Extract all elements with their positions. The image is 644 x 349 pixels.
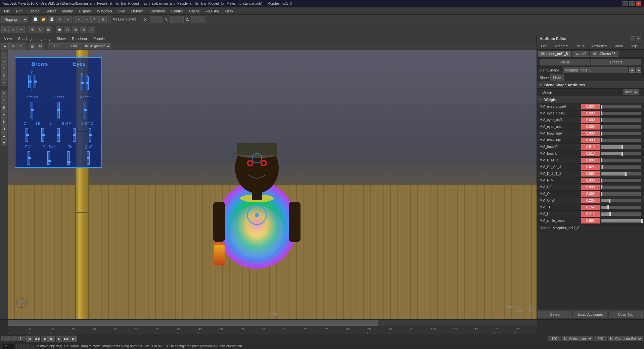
weight-track-12[interactable] [601,186,641,189]
weight-track-17[interactable] [601,219,641,222]
menu-help[interactable]: Help [223,8,236,14]
jump-start-btn[interactable]: |◀ [26,336,33,342]
tool4[interactable]: ⊗ [80,26,87,33]
presets-button[interactable]: Presets [591,59,642,65]
select-footer-btn[interactable]: Select [538,311,572,318]
weight-handle-12[interactable] [601,185,602,189]
x-input[interactable] [150,16,163,23]
o-slider[interactable] [26,128,28,142]
menu-display[interactable]: Display [76,8,94,14]
weight-track-4[interactable] [601,132,641,135]
status-icon3[interactable] [30,344,35,349]
weight-track-16[interactable] [601,212,641,216]
weight-handle-11[interactable] [601,179,602,183]
tab-list[interactable]: List [538,43,549,49]
vt-btn4[interactable]: ◫ [29,43,36,50]
weight-track-7[interactable] [601,152,641,155]
weight-track-5[interactable] [601,139,641,142]
vt-btn5[interactable]: ⊡ [37,43,44,50]
select-arrow-tool[interactable]: ↖ [1,26,9,33]
menu-file[interactable]: File [1,8,13,14]
attr-content[interactable]: ▼ Blend Shape Attributes Origin local ▼ … [537,81,644,309]
tab-attributes[interactable]: Attributes [589,43,609,49]
weight-handle-16[interactable] [609,212,611,216]
tool-lt1[interactable]: ⊕ [1,90,7,97]
origin-dropdown[interactable]: local [623,89,639,95]
blend-shape-section-header[interactable]: ▼ Blend Shape Attributes [537,81,644,89]
menu-constrain[interactable]: Constrain [147,8,168,14]
minimize-button[interactable]: ─ [623,1,628,6]
weight-value-4[interactable] [581,131,600,136]
weight-value-14[interactable] [581,198,600,203]
weight-value-3[interactable] [581,124,600,130]
z-input[interactable] [191,16,204,23]
status-icon2[interactable] [23,344,29,349]
save-button[interactable]: 💾 [48,16,55,23]
weight-handle-0[interactable] [601,105,602,109]
weight-track-3[interactable] [601,125,641,129]
menu-select[interactable]: Select [43,8,59,14]
menu-create[interactable]: Create [26,8,42,14]
blend-shape-input[interactable] [563,67,628,73]
weight-value-2[interactable] [581,117,600,123]
shading-menu[interactable]: Shading [15,36,34,41]
morph-eyes-RL[interactable]: R L [81,73,89,90]
weight-handle-1[interactable] [601,111,602,115]
weight-value-10[interactable] [581,171,600,177]
tab-help[interactable]: Help [627,43,640,49]
prev-key-btn[interactable]: ◀◀ [34,336,40,342]
menu-control[interactable]: Control [169,8,186,14]
tool-lt6[interactable]: ◑ [1,125,7,132]
weight-value-1[interactable] [581,111,600,116]
weight-track-15[interactable] [601,206,641,209]
tab-selected[interactable]: Selected [551,43,570,49]
blend-shape-btn1[interactable]: ◀ [629,67,635,73]
value2-input[interactable] [65,43,82,49]
lighting-menu[interactable]: Lighting [35,36,53,41]
scale-tool2[interactable]: ⊞ [45,26,52,33]
weight-track-10[interactable] [601,172,641,176]
weight-value-11[interactable] [581,178,600,183]
char-set-dropdown[interactable]: No Character Set [608,336,643,341]
tool-lt2[interactable]: ⊗ [1,97,7,104]
weight-value-7[interactable] [581,151,600,156]
next-key-btn[interactable]: ▶▶ [63,336,70,342]
lasso-tool[interactable]: ○ [9,26,17,33]
weight-track-11[interactable] [601,179,641,182]
panels-menu[interactable]: Panels [91,36,107,41]
weight-handle-6[interactable] [622,145,623,149]
weight-track-6[interactable] [601,145,641,149]
rotate-tool[interactable]: ↻ [91,16,99,23]
attr-close-btn[interactable]: ✕ [636,36,641,41]
scale-tool[interactable]: ⊞ [99,16,107,23]
next-frame-btn[interactable]: ▶ [56,336,62,342]
weight-handle-14[interactable] [609,199,610,203]
weight-handle-17[interactable] [641,219,643,223]
no-live-surface-btn[interactable]: No Live Surface [110,16,139,23]
chshj-slider[interactable] [47,151,50,165]
value1-input[interactable] [48,43,64,49]
attr-minimize-btn[interactable]: ─ [630,36,635,41]
close-button[interactable]: ✕ [636,1,641,6]
weight-handle-4[interactable] [601,132,602,136]
weight-value-15[interactable] [581,205,600,210]
undo-button[interactable]: ↩ [56,16,63,23]
open-button[interactable]: 📂 [40,16,47,23]
menu-modify[interactable]: Modify [59,8,75,14]
show-menu[interactable]: Show [54,36,69,41]
weight-track-14[interactable] [601,199,641,202]
weight-handle-7[interactable] [622,152,623,156]
range-end2-input[interactable] [594,336,607,341]
range-start-input[interactable] [1,336,15,341]
bmp-slider[interactable] [73,128,76,142]
node-tab-skin[interactable]: skinCluster28 [590,51,618,57]
tool1[interactable]: ⬟ [56,26,63,33]
paint-tool[interactable]: ✏ [17,26,25,33]
y-input[interactable] [170,16,184,23]
rotate-lt[interactable]: ↻ [1,65,7,72]
th-slider[interactable] [67,151,70,165]
mode-dropdown[interactable]: Rigging [1,16,28,23]
menu-edit[interactable]: Edit [13,8,25,14]
node-tab-tweak[interactable]: tweak9 [572,51,590,57]
redo-button[interactable]: ↪ [64,16,72,23]
